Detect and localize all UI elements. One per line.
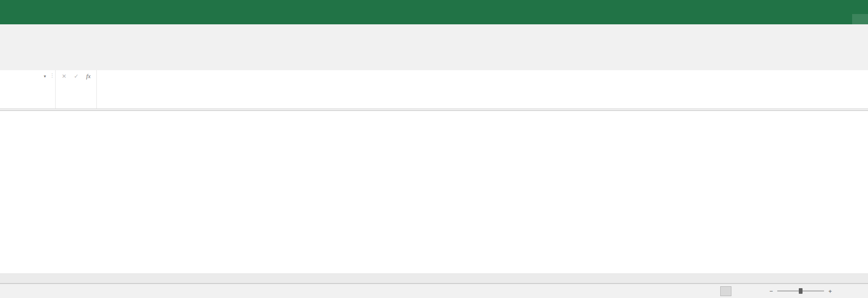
sheet-tab-bar <box>0 273 868 283</box>
status-bar: − + <box>0 283 868 298</box>
zoom-control: − + <box>769 288 832 295</box>
title-bar <box>0 0 868 14</box>
zoom-slider-handle[interactable] <box>799 288 803 294</box>
normal-view-button[interactable] <box>720 286 731 296</box>
confirm-entry-icon[interactable]: ✓ <box>70 73 82 80</box>
page-layout-view-button[interactable] <box>734 286 745 296</box>
ribbon <box>0 24 868 71</box>
name-box[interactable]: ▼ <box>0 70 49 82</box>
ribbon-tab-bar <box>0 14 868 24</box>
formula-input[interactable] <box>99 70 868 109</box>
formula-bar-resize-handle[interactable]: ⋮ <box>50 73 55 79</box>
tell-me-search[interactable] <box>16 14 19 24</box>
zoom-out-button[interactable]: − <box>769 288 774 295</box>
cancel-entry-icon[interactable]: ✕ <box>58 73 70 80</box>
zoom-slider[interactable] <box>777 288 824 294</box>
spreadsheet-grid <box>0 110 868 274</box>
share-button[interactable] <box>852 14 868 24</box>
insert-function-icon[interactable]: fx <box>82 73 94 80</box>
page-break-view-button[interactable] <box>748 286 760 296</box>
zoom-in-button[interactable]: + <box>828 288 832 295</box>
formula-bar: ▼ ⋮ ✕ ✓ fx <box>0 70 868 109</box>
excel-window: ▼ ⋮ ✕ ✓ fx − + <box>0 0 868 298</box>
name-box-dropdown-icon[interactable]: ▼ <box>41 74 49 79</box>
